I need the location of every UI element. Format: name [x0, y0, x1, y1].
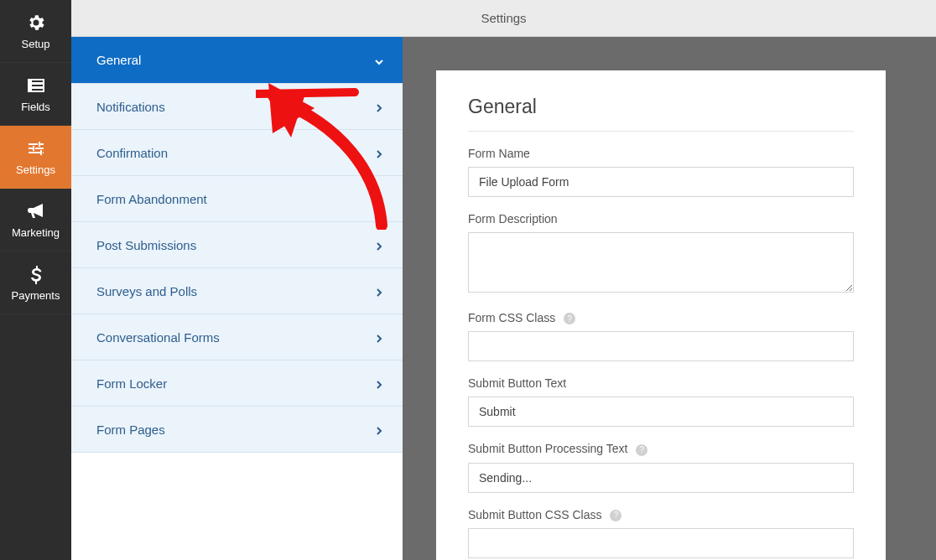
panel-item-form-pages[interactable]: Form Pages [71, 406, 403, 452]
form-name-input[interactable] [468, 167, 854, 197]
panel-item-label: Surveys and Polls [96, 284, 197, 298]
panel-item-surveys-polls[interactable]: Surveys and Polls [71, 267, 403, 314]
field-label: Submit Button Text [468, 376, 854, 390]
chevron-right-icon [374, 148, 384, 158]
panel-item-label: Form Locker [96, 376, 167, 391]
nav-label: Marketing [12, 226, 60, 239]
panel-item-label: Form Pages [96, 423, 165, 437]
panel-item-label: Form Abandonment [96, 192, 207, 206]
field-form-css-class: Form CSS Class ? [468, 311, 854, 361]
submit-button-css-class-input[interactable] [468, 528, 854, 558]
help-icon[interactable]: ? [564, 313, 575, 324]
panel-item-label: Conversational Forms [96, 330, 220, 345]
card-heading: General [468, 96, 854, 132]
chevron-right-icon [374, 194, 384, 204]
chevron-right-icon [374, 332, 384, 342]
dollar-icon [26, 264, 46, 284]
panel-item-conversational-forms[interactable]: Conversational Forms [71, 314, 403, 360]
field-submit-button-text: Submit Button Text [468, 376, 854, 427]
nav-payments[interactable]: Payments [0, 251, 71, 314]
panel-item-label: Post Submissions [96, 238, 196, 252]
chevron-right-icon [374, 286, 384, 296]
nav-label: Payments [12, 289, 60, 302]
nav-settings[interactable]: Settings [0, 126, 71, 189]
nav-label: Fields [21, 101, 50, 113]
panel-item-confirmation[interactable]: Confirmation [71, 129, 403, 175]
nav-fields[interactable]: Fields [0, 63, 71, 126]
chevron-right-icon [374, 378, 384, 388]
chevron-right-icon [374, 101, 384, 111]
field-submit-button-css-class: Submit Button CSS Class ? [468, 508, 854, 558]
help-icon[interactable]: ? [636, 444, 647, 456]
field-form-name: Form Name [468, 147, 854, 197]
field-label: Form CSS Class ? [468, 311, 854, 324]
field-label: Form Description [468, 212, 854, 226]
list-icon [26, 75, 46, 96]
submit-button-processing-input[interactable] [468, 463, 854, 493]
sliders-icon [26, 138, 46, 158]
gear-icon [26, 13, 46, 33]
content-wrap: General Form Name Form Description Form … [403, 37, 936, 560]
field-label: Submit Button Processing Text ? [468, 442, 854, 455]
help-icon[interactable]: ? [610, 510, 621, 521]
nav-label: Setup [22, 38, 50, 50]
panel-item-post-submissions[interactable]: Post Submissions [71, 221, 403, 267]
panel-item-general[interactable]: General [71, 37, 403, 83]
panel-item-form-locker[interactable]: Form Locker [71, 360, 403, 406]
nav-marketing[interactable]: Marketing [0, 189, 71, 251]
submit-button-text-input[interactable] [468, 397, 854, 427]
panel-item-label: Notifications [96, 100, 165, 114]
form-css-class-input[interactable] [468, 331, 854, 361]
chevron-right-icon [374, 240, 384, 250]
settings-card: General Form Name Form Description Form … [436, 70, 886, 560]
page-title: Settings [481, 11, 526, 25]
primary-nav: Setup Fields Settings Marketing Payments [0, 0, 71, 560]
nav-label: Settings [16, 163, 55, 176]
panel-item-form-abandonment[interactable]: Form Abandonment [71, 175, 403, 221]
top-bar: Settings [71, 0, 936, 37]
field-submit-button-processing: Submit Button Processing Text ? [468, 442, 854, 492]
settings-panel: General Notifications Confirmation Form … [71, 37, 403, 560]
form-description-input[interactable] [468, 232, 854, 293]
field-label: Submit Button CSS Class ? [468, 508, 854, 521]
panel-filler [71, 452, 403, 560]
panel-item-label: Confirmation [96, 146, 168, 160]
nav-setup[interactable]: Setup [0, 0, 71, 63]
panel-item-label: General [96, 53, 141, 67]
chevron-right-icon [374, 424, 384, 434]
field-label: Form Name [468, 147, 854, 160]
workspace: General Notifications Confirmation Form … [71, 37, 936, 560]
main-area: Settings General Notifications Confirmat… [71, 0, 936, 560]
panel-item-notifications[interactable]: Notifications [71, 83, 403, 129]
chevron-down-icon [374, 55, 384, 65]
bullhorn-icon [26, 201, 46, 221]
field-form-description: Form Description [468, 212, 854, 296]
